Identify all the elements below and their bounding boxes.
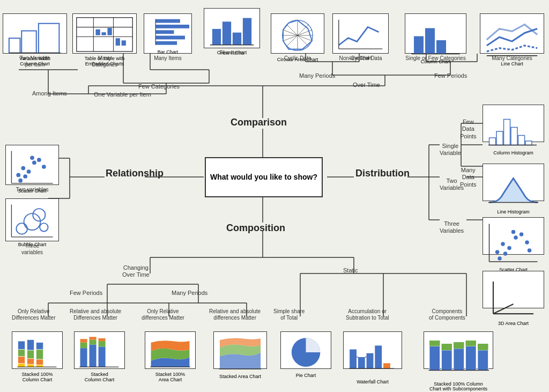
svg-rect-153: [36, 359, 43, 365]
stacked100-subcomp-node: Stacked 100% Column Chart with Subcompon…: [424, 331, 493, 369]
among-items-label: Among Items: [32, 90, 67, 97]
waterfall-node: Waterfall Chart: [343, 331, 402, 369]
few-periods-top-label: Few Periods: [434, 72, 467, 79]
two-variables-dist-label: Two Variables: [440, 171, 464, 192]
many-categories-label: Many Categories: [72, 55, 137, 68]
svg-rect-78: [155, 25, 189, 28]
column-chart-top2-node: Column Chart Single or Few Categories: [405, 13, 466, 62]
svg-rect-124: [518, 136, 525, 145]
scatter-dist-node: Scatter Chart: [483, 217, 544, 255]
svg-rect-164: [99, 338, 106, 341]
svg-rect-121: [496, 131, 503, 145]
svg-rect-183: [466, 346, 477, 371]
svg-point-132: [503, 252, 508, 256]
svg-rect-122: [504, 120, 510, 145]
circular-area-node: Circular Area Chart Cyclic Data: [271, 13, 324, 62]
comparison-label: Comparison: [231, 117, 287, 129]
svg-point-136: [511, 230, 516, 234]
stacked100-col-small-node: Stacked 100% Column Chart: [12, 331, 63, 369]
diagram: What would you like to show? Comparison …: [0, 0, 549, 392]
svg-rect-145: [18, 357, 25, 364]
relative-absolute-2-label: Relative and absolute differences Matter: [209, 302, 261, 321]
svg-point-111: [30, 156, 34, 160]
svg-rect-163: [99, 341, 106, 346]
svg-rect-172: [375, 345, 382, 368]
svg-point-105: [27, 169, 31, 174]
svg-rect-169: [350, 350, 357, 369]
svg-rect-125: [525, 141, 532, 145]
svg-point-137: [528, 248, 532, 253]
three-variables-dist-label: Three Variables: [440, 213, 464, 235]
svg-point-106: [32, 160, 36, 165]
line-chart-top-node: Line Chart Non-Cyclical Data: [332, 13, 389, 62]
svg-point-117: [33, 209, 45, 221]
scatter-chart-node: Scatter Chart Two variables: [5, 145, 59, 193]
line-histogram-label: Line Histogram: [495, 209, 531, 217]
svg-point-135: [498, 256, 502, 261]
few-categories-label: Few Categories: [138, 83, 180, 90]
svg-point-133: [520, 232, 524, 236]
svg-rect-100: [436, 40, 446, 54]
svg-point-116: [40, 223, 48, 231]
composition-label: Composition: [226, 223, 285, 234]
svg-rect-161: [90, 337, 97, 339]
svg-rect-158: [80, 339, 87, 343]
table-embedded-node: Table or Table with Embedded Charts Many…: [72, 13, 137, 68]
many-periods-top-label: Many Periods: [299, 72, 335, 79]
column-chart-top-node: Column Chart Few Items: [204, 8, 260, 56]
area-3d-label: 3D Area Chart: [496, 320, 530, 328]
pie-chart-node: Pie Chart: [280, 331, 331, 369]
two-variables-label: Two variables: [5, 187, 59, 193]
relationship-label: Relationship: [106, 168, 164, 180]
svg-rect-73: [102, 32, 106, 35]
many-items-label: Many Items: [144, 55, 192, 62]
svg-rect-179: [442, 350, 452, 371]
svg-rect-65: [39, 24, 60, 53]
stacked-col-label: Stacked Column Chart: [83, 371, 116, 384]
svg-rect-80: [155, 36, 185, 40]
svg-rect-149: [27, 359, 34, 364]
svg-rect-146: [18, 364, 25, 367]
svg-rect-180: [442, 344, 452, 350]
svg-rect-182: [454, 342, 464, 349]
svg-rect-144: [18, 350, 25, 357]
svg-point-103: [16, 173, 20, 177]
simple-share-label: Simple share of Total: [273, 302, 305, 321]
stacked100-area-label: Stacket 100% Area Chart: [154, 371, 187, 384]
stacked100-subcomp-label: Stacked 100% Column Chart with Subcompon…: [428, 381, 489, 393]
svg-point-134: [525, 240, 529, 245]
svg-rect-98: [414, 36, 424, 54]
pie-chart-label: Pie Chart: [294, 372, 318, 380]
svg-line-142: [493, 304, 514, 314]
three-variables-label: Three variables: [5, 243, 59, 256]
svg-rect-85: [233, 33, 241, 45]
svg-rect-150: [27, 364, 34, 367]
svg-rect-148: [27, 350, 34, 359]
components-of-label: Components of Components: [429, 302, 465, 321]
svg-rect-79: [155, 30, 174, 34]
svg-rect-159: [90, 345, 97, 367]
svg-rect-81: [155, 41, 177, 45]
svg-point-130: [507, 246, 511, 250]
svg-rect-184: [466, 341, 477, 346]
svg-rect-147: [27, 339, 34, 350]
non-cyclical-label: Non-Cyclical Data: [332, 55, 389, 62]
over-time-label: Over Time: [353, 82, 380, 88]
svg-rect-162: [99, 347, 106, 367]
bar-chart-node: Bar Chart Many Items: [144, 13, 192, 62]
svg-rect-74: [108, 28, 112, 35]
svg-rect-63: [9, 38, 20, 53]
svg-rect-171: [367, 353, 374, 369]
svg-point-108: [37, 158, 41, 162]
svg-rect-76: [122, 40, 126, 46]
two-variable-label: Two Variable per Item: [3, 55, 67, 68]
few-periods-comp-label: Few Periods: [70, 290, 102, 297]
svg-rect-86: [243, 18, 251, 45]
svg-point-128: [495, 250, 500, 254]
only-relative-2-label: Only Relative differences Matter: [142, 302, 184, 321]
one-variable-per-item-label: One Variable per Item: [94, 91, 151, 98]
svg-rect-152: [36, 350, 43, 359]
svg-rect-177: [429, 346, 440, 371]
svg-point-104: [21, 166, 25, 171]
svg-rect-185: [478, 350, 488, 371]
